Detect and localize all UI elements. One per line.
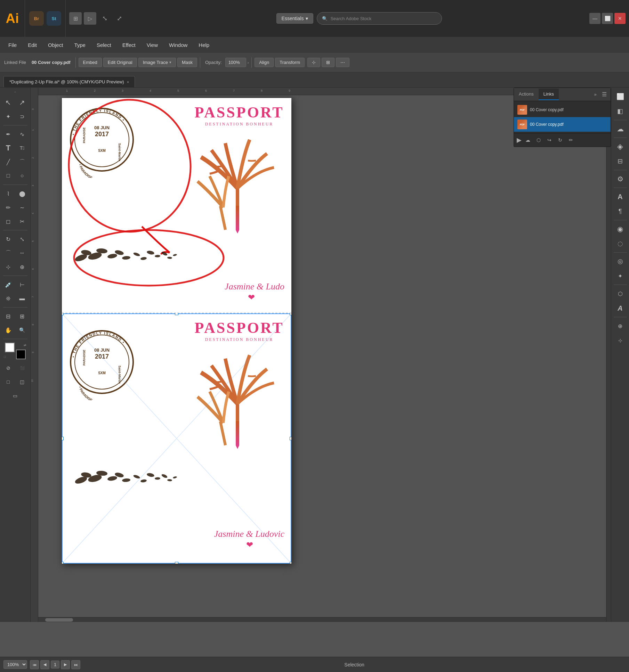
pathfinder-panel-btn[interactable]: ⊕ xyxy=(613,319,627,333)
3d-panel-btn[interactable]: ⬡ xyxy=(613,287,627,301)
sel-handle-ml[interactable] xyxy=(62,437,64,440)
sel-handle-tc[interactable] xyxy=(175,313,178,315)
type-panel-btn[interactable]: A xyxy=(613,301,627,315)
arrange-windows-btn[interactable]: ⊞ xyxy=(69,12,82,25)
curvature-tool[interactable]: ∿ xyxy=(16,128,29,141)
paragraph-panel-btn[interactable]: ¶ xyxy=(613,204,627,218)
menu-view[interactable]: View xyxy=(142,40,163,50)
page-number[interactable]: 1 xyxy=(51,661,59,669)
magic-wand-tool[interactable]: ✦ xyxy=(2,110,15,123)
menu-select[interactable]: Select xyxy=(92,40,116,50)
control-panel-btn[interactable]: ⬜ xyxy=(613,90,627,104)
embed-btn[interactable]: Embed xyxy=(79,58,102,67)
last-page-btn[interactable]: ⏭ xyxy=(71,660,80,669)
prev-page-btn[interactable]: ◀ xyxy=(40,660,49,669)
arc-tool[interactable]: ⌒ xyxy=(16,155,29,169)
update-link-btn[interactable]: ↻ xyxy=(555,135,565,145)
selection-tool[interactable]: ↖ xyxy=(2,96,15,109)
panel-menu-btn[interactable]: ☰ xyxy=(600,90,608,99)
character-panel-btn[interactable]: A xyxy=(613,190,627,204)
draw-normal-btn[interactable]: □ xyxy=(2,375,15,388)
minimize-btn[interactable]: — xyxy=(589,13,600,24)
more-btn[interactable]: ⋯ xyxy=(336,58,349,67)
ellipse-tool[interactable]: ○ xyxy=(16,169,29,182)
bridge-icon[interactable]: Br xyxy=(29,11,44,26)
link-item-2[interactable]: PDF 00 Cover copy.pdf xyxy=(514,117,611,132)
lasso-tool[interactable]: ⊃ xyxy=(16,110,29,123)
sel-handle-mr[interactable] xyxy=(290,437,291,440)
artboards-panel-btn[interactable]: ⊟ xyxy=(613,154,627,168)
toolbox-collapse[interactable]: « xyxy=(14,90,16,94)
document-tab[interactable]: *Duplicating 2-Up File.ai* @ 100% (CMYK/… xyxy=(3,76,135,87)
menu-object[interactable]: Object xyxy=(43,40,68,50)
transform-btn[interactable]: Transform xyxy=(275,58,305,67)
essentials-dropdown[interactable]: Essentials ▾ xyxy=(276,13,314,24)
none-btn[interactable]: ⊘ xyxy=(2,361,15,375)
measure-tool[interactable]: ⊢ xyxy=(16,278,29,291)
mask-btn[interactable]: Mask xyxy=(177,58,197,67)
artboard-tool[interactable]: ⊟ xyxy=(2,310,15,323)
rect-tool[interactable]: □ xyxy=(2,169,15,182)
panel-collapse-arrow[interactable]: ▶ xyxy=(517,136,522,144)
canvas-scrollbar-v[interactable] xyxy=(606,95,611,622)
color-btn[interactable]: ⬛ xyxy=(16,361,29,375)
arrange-btn1[interactable]: ⤡ xyxy=(98,12,111,25)
image-trace-btn[interactable]: Image Trace ▾ xyxy=(138,58,176,67)
next-page-btn[interactable]: ▶ xyxy=(61,660,70,669)
image-trace-arrow[interactable]: ▾ xyxy=(169,60,171,65)
link-item-1[interactable]: PDF 00 Cover copy.pdf xyxy=(514,103,611,117)
scale-tool[interactable]: ⤡ xyxy=(16,232,29,246)
swap-colors[interactable]: ⇄ xyxy=(24,343,26,347)
sel-handle-br[interactable] xyxy=(290,562,291,564)
layers-panel-btn[interactable]: ◈ xyxy=(613,140,627,154)
first-page-btn[interactable]: ⏮ xyxy=(30,660,39,669)
graphic-styles-btn[interactable]: ◌ xyxy=(613,237,627,251)
stroke-swatch[interactable] xyxy=(16,350,26,359)
properties-panel-btn[interactable]: ◧ xyxy=(613,104,627,118)
line-tool[interactable]: ╱ xyxy=(2,155,15,169)
scroll-thumb-h[interactable] xyxy=(45,618,73,622)
direct-select-tool[interactable]: ↗ xyxy=(16,96,29,109)
width-tool[interactable]: ↔ xyxy=(16,246,29,260)
symbol-sprayer-tool[interactable]: ❊ xyxy=(2,292,15,305)
menu-effect[interactable]: Effect xyxy=(118,40,140,50)
draw-behind-btn[interactable]: ◫ xyxy=(16,375,29,388)
edit-original-footer2-btn[interactable]: ✏ xyxy=(566,135,576,145)
eraser-tool[interactable]: ◻ xyxy=(2,215,15,228)
opacity-input[interactable] xyxy=(225,58,246,67)
free-transform-tool[interactable]: ⊹ xyxy=(2,260,15,273)
eyedropper-tool[interactable]: 💉 xyxy=(2,278,15,291)
tab-actions[interactable]: Actions xyxy=(514,89,539,100)
slice-tool[interactable]: ⊞ xyxy=(16,310,29,323)
menu-window[interactable]: Window xyxy=(164,40,192,50)
sel-handle-bl[interactable] xyxy=(62,562,64,564)
menu-help[interactable]: Help xyxy=(194,40,214,50)
canvas-scrollbar-h[interactable] xyxy=(38,617,606,622)
type-tool[interactable]: T xyxy=(2,141,15,155)
symbols-panel-btn[interactable]: ◎ xyxy=(613,254,627,268)
zoom-select[interactable]: 100% xyxy=(3,660,27,669)
libraries-panel-btn[interactable]: ☁ xyxy=(613,122,627,136)
pathfinder-btn[interactable]: ⊹ xyxy=(307,58,320,67)
sel-handle-tr[interactable] xyxy=(290,313,291,315)
blob-brush-tool[interactable]: ⬤ xyxy=(16,187,29,200)
stock-icon[interactable]: St xyxy=(47,11,61,26)
close-btn[interactable]: ✕ xyxy=(614,13,626,24)
maximize-btn[interactable]: ⬜ xyxy=(602,13,613,24)
layout-btn2[interactable]: ▷ xyxy=(84,12,96,25)
search-stock[interactable]: 🔍 Search Adobe Stock xyxy=(317,12,442,25)
zoom-tool[interactable]: 🔍 xyxy=(16,323,29,337)
shape-builder-tool[interactable]: ⊕ xyxy=(16,260,29,273)
sel-handle-bc[interactable] xyxy=(175,562,178,564)
opacity-arrow[interactable]: › xyxy=(248,60,249,65)
column-graph-tool[interactable]: ▬ xyxy=(16,292,29,305)
edit-original-btn[interactable]: Edit Original xyxy=(103,58,137,67)
align-grid-btn[interactable]: ⊞ xyxy=(322,58,334,67)
default-colors[interactable]: □ xyxy=(4,355,6,359)
panel-expand-btn[interactable]: » xyxy=(591,90,599,99)
arrange-btn2[interactable]: ⤢ xyxy=(113,12,126,25)
brushes-panel-btn[interactable]: ✦ xyxy=(613,269,627,283)
transform-panel-btn[interactable]: ⊹ xyxy=(613,334,627,347)
tab-close-btn[interactable]: × xyxy=(127,80,129,84)
fill-swatch[interactable] xyxy=(5,343,15,352)
